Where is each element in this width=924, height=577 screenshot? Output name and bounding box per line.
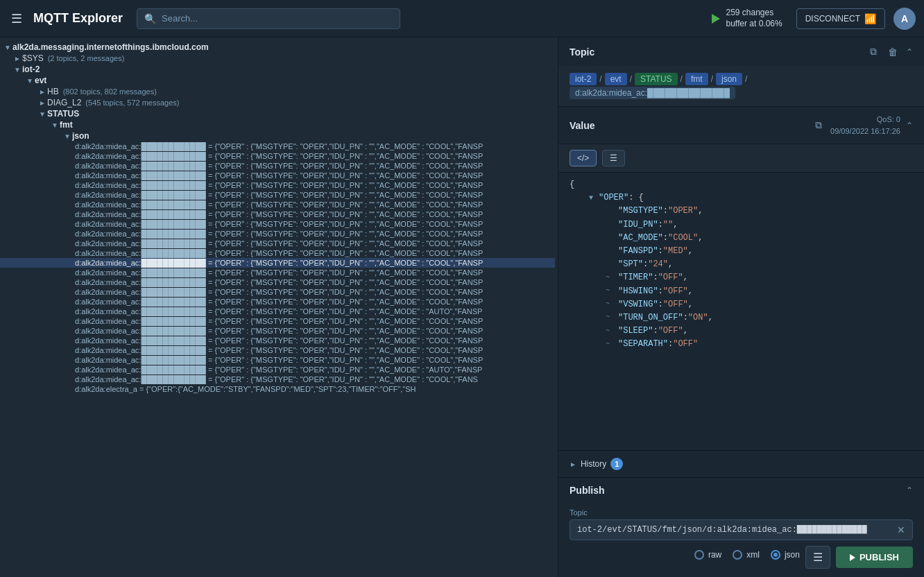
json-line-fanspd: "FANSPD": "MED", — [570, 245, 913, 258]
avatar[interactable]: A — [893, 8, 916, 30]
value-chevron-icon: ⌃ — [906, 121, 913, 130]
value-title: Value — [570, 120, 812, 131]
publish-title: Publish — [570, 485, 906, 496]
tree-device-row[interactable]: d:alk2da:midea_ac:████████████ = {"OPER"… — [0, 268, 555, 277]
radio-json[interactable] — [771, 550, 780, 560]
topic-seg-1[interactable]: evt — [605, 73, 627, 85]
tree-device-row[interactable]: d:alk2da:midea_ac:████████████ = {"OPER"… — [0, 219, 555, 229]
tree-device-row[interactable]: d:alk2da:midea_ac:████████████ = {"OPER"… — [0, 200, 555, 209]
tree-toggle-diag[interactable]: ► — [37, 98, 47, 107]
publish-header[interactable]: Publish ⌃ — [558, 478, 924, 503]
search-box: 🔍 — [137, 8, 400, 29]
tree-device-row[interactable]: d:alk2da:electra_a = {"OPER":{"AC_MODE":… — [0, 384, 555, 394]
tree-device-row[interactable]: d:alk2da:midea_ac:████████████ = {"OPER"… — [0, 355, 555, 365]
tree-fmt[interactable]: ▼ fmt — [0, 119, 558, 130]
search-input[interactable] — [162, 13, 393, 24]
format-raw[interactable]: raw — [694, 550, 721, 560]
tree-device-row[interactable]: d:alk2da:midea_ac:████████████ = {"OPER"… — [0, 336, 555, 345]
topic-delete-button[interactable]: 🗑 — [885, 45, 900, 59]
json-expand-oper[interactable]: ▼ — [586, 193, 596, 203]
tree-device-row[interactable]: d:alk2da:midea_ac:████████████ = {"OPER"… — [0, 141, 555, 151]
tree-device-row[interactable]: d:alk2da:midea_ac:████████████ = {"OPER"… — [0, 161, 555, 171]
topic-seg-3[interactable]: fmt — [685, 73, 708, 85]
json-viewer[interactable]: { ▼ "OPER": { "MSGTYPE": "OPER", "IDU_PN… — [558, 173, 924, 450]
topic-copy-button[interactable]: ⧉ — [867, 44, 880, 59]
json-line-timer: ~ "TIMER": "OFF", — [570, 271, 913, 284]
value-section: Value ⧉ QoS: 0 09/09/2022 16:17:26 ⌃ </>… — [558, 107, 924, 477]
publish-body: Topic ✕ raw xml — [558, 503, 924, 577]
tree-device-row[interactable]: d:alk2da:midea_ac:████████████ = {"OPER"… — [0, 316, 555, 326]
tree-json[interactable]: ▼ json — [0, 130, 558, 141]
tree-toggle-sys[interactable]: ► — [12, 53, 22, 63]
list-view-button[interactable]: ☰ — [602, 150, 625, 166]
tree-diag[interactable]: ► DIAG_L2 (545 topics, 572 messages) — [0, 97, 558, 108]
changes-info[interactable]: 259 changes buffer at 0.06% — [712, 8, 782, 29]
tree-device-row[interactable]: d:alk2da:midea_ac:████████████ = {"OPER"… — [0, 190, 555, 200]
tree-root-label: alk2da.messaging.internetofthings.ibmclo… — [12, 42, 209, 52]
json-line-separath: ~ "SEPARATH": "OFF" — [570, 338, 913, 351]
tree-toggle-root[interactable]: ▼ — [3, 42, 12, 52]
history-expand-icon: ► — [570, 460, 576, 468]
tree-toggle-hb[interactable]: ► — [37, 87, 47, 96]
topic-section-header[interactable]: Topic ⧉ 🗑 ⌃ — [558, 37, 924, 66]
tree-json-label: json — [72, 131, 89, 141]
value-header: Value ⧉ QoS: 0 09/09/2022 16:17:26 ⌃ — [558, 107, 924, 144]
tree-toggle-evt[interactable]: ▼ — [25, 76, 35, 85]
device-rows: d:alk2da:midea_ac:████████████ = {"OPER"… — [0, 141, 558, 394]
tree-toggle-fmt[interactable]: ▼ — [50, 120, 60, 130]
tree-device-row[interactable]: d:alk2da:midea_ac:████████████ = {"OPER"… — [0, 258, 555, 268]
tree-device-row[interactable]: d:alk2da:midea_ac:████████████ = {"OPER"… — [0, 326, 555, 336]
radio-xml[interactable] — [733, 550, 742, 560]
tree-device-row[interactable]: d:alk2da:midea_ac:████████████ = {"OPER"… — [0, 171, 555, 180]
tree-iot2[interactable]: ▼ iot-2 — [0, 64, 558, 75]
topic-section-title: Topic — [570, 46, 867, 58]
publish-label: PUBLISH — [859, 552, 899, 562]
radio-raw[interactable] — [694, 550, 704, 560]
hamburger-button[interactable]: ☰ — [8, 8, 25, 29]
play-icon — [712, 14, 720, 24]
code-view-button[interactable]: </> — [570, 150, 597, 166]
publish-topic-input[interactable] — [577, 525, 897, 535]
format-xml[interactable]: xml — [733, 550, 760, 560]
tree-device-row[interactable]: d:alk2da:midea_ac:████████████ = {"OPER"… — [0, 374, 555, 384]
tree-device-row[interactable]: d:alk2da:midea_ac:████████████ = {"OPER"… — [0, 297, 555, 307]
tree-hb[interactable]: ► HB (802 topics, 802 messages) — [0, 86, 558, 97]
qos-label: QoS: 0 — [830, 114, 900, 126]
topic-seg-5[interactable]: d:alk2da:midea_ac:██████████████ — [570, 87, 735, 99]
tree-device-row[interactable]: d:alk2da:midea_ac:████████████ = {"OPER"… — [0, 239, 555, 248]
disconnect-button[interactable]: DISCONNECT 📶 — [796, 8, 885, 29]
tree-sys[interactable]: ► $SYS (2 topics, 2 messages) — [0, 53, 558, 64]
tree-toggle-status[interactable]: ▼ — [37, 109, 47, 119]
tree-status[interactable]: ▼ STATUS — [0, 108, 558, 119]
format-json[interactable]: json — [771, 550, 800, 560]
tree-device-row[interactable]: d:alk2da:midea_ac:████████████ = {"OPER"… — [0, 365, 555, 374]
topic-seg-4[interactable]: json — [716, 73, 742, 85]
tree-toggle-iot2[interactable]: ▼ — [12, 64, 22, 74]
value-copy-button[interactable]: ⧉ — [812, 118, 825, 132]
tree-device-row[interactable]: d:alk2da:midea_ac:████████████ = {"OPER"… — [0, 151, 555, 161]
publish-topic-input-wrap: ✕ — [570, 519, 913, 540]
tree-root[interactable]: ▼ alk2da.messaging.internetofthings.ibmc… — [0, 42, 558, 53]
tree-evt[interactable]: ▼ evt — [0, 75, 558, 86]
tree-device-row[interactable]: d:alk2da:midea_ac:████████████ = {"OPER"… — [0, 248, 555, 258]
json-line-spt: "SPT": "24", — [570, 258, 913, 271]
json-line-turn-on-off: ~ "TURN_ON_OFF": "ON", — [570, 311, 913, 325]
history-label: History — [581, 459, 606, 469]
tree-device-row[interactable]: d:alk2da:midea_ac:████████████ = {"OPER"… — [0, 229, 555, 239]
history-header[interactable]: ► History 1 — [558, 451, 924, 477]
value-actions: ⧉ — [812, 118, 825, 132]
publish-menu-button[interactable]: ☰ — [805, 546, 830, 569]
tree-device-row[interactable]: d:alk2da:midea_ac:████████████ = {"OPER"… — [0, 277, 555, 287]
topic-seg-0[interactable]: iot-2 — [570, 73, 597, 85]
publish-button[interactable]: PUBLISH — [836, 546, 913, 568]
right-panel: Topic ⧉ 🗑 ⌃ iot-2 / evt / STATUS / fmt /… — [558, 37, 924, 577]
tree-device-row[interactable]: d:alk2da:midea_ac:████████████ = {"OPER"… — [0, 345, 555, 355]
publish-clear-button[interactable]: ✕ — [897, 524, 905, 535]
tree-device-row[interactable]: d:alk2da:midea_ac:████████████ = {"OPER"… — [0, 209, 555, 219]
tree-device-row[interactable]: d:alk2da:midea_ac:████████████ = {"OPER"… — [0, 180, 555, 190]
topic-actions: ⧉ 🗑 — [867, 44, 900, 59]
topic-seg-2[interactable]: STATUS — [635, 73, 678, 85]
tree-device-row[interactable]: d:alk2da:midea_ac:████████████ = {"OPER"… — [0, 287, 555, 297]
tree-device-row[interactable]: d:alk2da:midea_ac:████████████ = {"OPER"… — [0, 307, 555, 316]
tree-toggle-json[interactable]: ▼ — [62, 131, 72, 141]
